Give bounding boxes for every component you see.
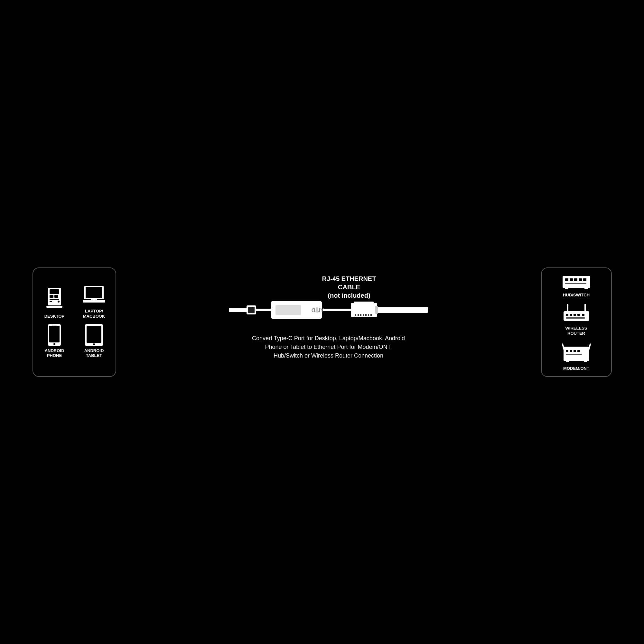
svg-rect-60 — [570, 350, 572, 352]
svg-rect-3 — [54, 295, 58, 298]
modem-ont-label: MODEM/ONT — [563, 366, 589, 371]
svg-rect-32 — [358, 314, 359, 316]
svg-rect-5 — [50, 301, 52, 302]
modem-ont-device: MODEM/ONT — [562, 342, 591, 371]
left-devices-grid: DESKTOP LAPTOP/MACBOOK — [38, 286, 111, 358]
desktop-label: DESKTOP — [44, 314, 65, 319]
desktop-icon — [45, 288, 64, 312]
svg-rect-38 — [376, 307, 428, 313]
svg-rect-24 — [275, 305, 301, 315]
svg-point-14 — [53, 343, 55, 345]
laptop-icon — [83, 286, 105, 307]
svg-rect-44 — [579, 278, 582, 281]
svg-rect-49 — [564, 311, 589, 321]
wireless-router-label: WIRELESSROUTER — [565, 326, 587, 336]
svg-rect-7 — [46, 306, 62, 308]
svg-rect-50 — [566, 314, 568, 316]
svg-rect-31 — [355, 314, 356, 316]
svg-rect-64 — [566, 360, 569, 362]
hub-switch-icon — [562, 273, 591, 291]
svg-rect-45 — [583, 278, 586, 281]
svg-rect-61 — [574, 350, 576, 352]
svg-rect-58 — [564, 347, 589, 361]
svg-rect-59 — [566, 350, 568, 352]
hub-switch-label: HUB/SWITCH — [563, 293, 590, 298]
svg-rect-56 — [567, 304, 568, 312]
adapter-svg: YIAD — [229, 294, 428, 326]
android-tablet-device: ANDROID TABLET — [78, 324, 111, 358]
svg-rect-48 — [584, 287, 588, 289]
svg-rect-33 — [360, 314, 361, 316]
android-phone-label: ANDROIDPHONE — [45, 348, 64, 358]
svg-rect-21 — [248, 307, 255, 313]
center-section: RJ-45 ETHERNET CABLE (not included) — [116, 284, 541, 360]
adapter-illustration: YIAD — [229, 294, 428, 326]
hub-switch-device: HUB/SWITCH — [562, 273, 591, 298]
svg-rect-26 — [316, 307, 318, 313]
android-tablet-label: ANDROID TABLET — [78, 348, 111, 358]
svg-rect-34 — [363, 314, 364, 316]
android-phone-device: ANDROIDPHONE — [38, 324, 71, 358]
svg-rect-36 — [368, 314, 369, 316]
svg-rect-27 — [323, 309, 352, 311]
svg-rect-1 — [50, 289, 59, 294]
laptop-label: LAPTOP/MACBOOK — [83, 309, 105, 319]
android-phone-icon — [48, 324, 61, 346]
modem-ont-icon — [562, 342, 591, 364]
svg-rect-47 — [565, 287, 568, 289]
svg-rect-17 — [87, 326, 101, 343]
description-text: Convert Type-C Port for Desktop, Laptop/… — [251, 334, 406, 360]
svg-rect-63 — [566, 354, 582, 355]
left-devices-panel: DESKTOP LAPTOP/MACBOOK — [33, 267, 116, 377]
svg-rect-57 — [584, 304, 586, 312]
svg-rect-67 — [588, 343, 591, 350]
svg-rect-55 — [566, 317, 585, 319]
svg-rect-42 — [570, 278, 573, 281]
svg-rect-51 — [570, 314, 572, 316]
svg-rect-41 — [565, 278, 568, 281]
svg-rect-22 — [255, 309, 271, 311]
android-tablet-icon — [85, 324, 103, 346]
svg-rect-54 — [582, 314, 584, 316]
svg-rect-65 — [584, 360, 587, 362]
svg-rect-35 — [365, 314, 367, 316]
svg-rect-29 — [354, 302, 374, 304]
svg-point-6 — [58, 301, 60, 303]
svg-rect-52 — [574, 314, 576, 316]
wireless-router-icon — [562, 303, 591, 324]
svg-rect-4 — [50, 299, 59, 300]
svg-rect-13 — [49, 326, 60, 342]
svg-rect-11 — [91, 299, 97, 301]
svg-rect-39 — [375, 306, 378, 314]
svg-rect-15 — [52, 325, 57, 325]
svg-point-18 — [93, 343, 95, 345]
laptop-device: LAPTOP/MACBOOK — [78, 286, 111, 319]
wireless-router-device: WIRELESSROUTER — [562, 303, 591, 336]
svg-rect-2 — [50, 295, 53, 298]
svg-rect-62 — [577, 350, 580, 352]
svg-rect-66 — [562, 343, 565, 350]
svg-rect-37 — [370, 314, 372, 316]
svg-rect-53 — [577, 314, 580, 316]
desktop-device: DESKTOP — [38, 288, 71, 319]
svg-rect-43 — [574, 278, 577, 281]
svg-rect-19 — [229, 308, 248, 312]
right-devices-panel: HUB/SWITCH WIRELESSROUTER — [541, 267, 612, 377]
svg-rect-40 — [563, 276, 590, 288]
svg-rect-9 — [86, 287, 102, 298]
main-diagram: DESKTOP LAPTOP/MACBOOK — [33, 226, 612, 419]
svg-rect-46 — [565, 283, 586, 284]
